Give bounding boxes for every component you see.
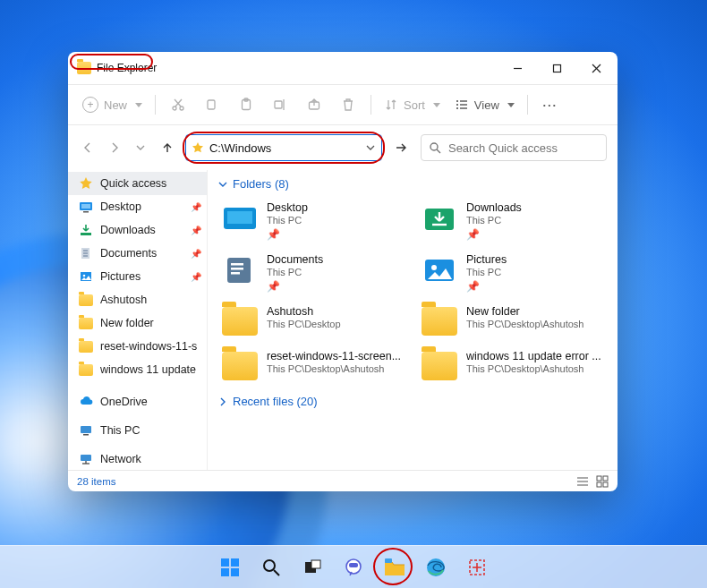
folder-item[interactable]: DownloadsThis PC📌	[418, 198, 609, 244]
delete-button[interactable]	[333, 89, 363, 120]
sidebar-item-label: reset-windows-11-s	[100, 340, 197, 353]
sidebar-item-desktop[interactable]: Desktop📌	[68, 195, 207, 218]
file-explorer-taskbar-button[interactable]	[379, 551, 411, 584]
svg-rect-56	[231, 558, 239, 567]
sidebar-item-documents[interactable]: Documents📌	[68, 242, 207, 265]
downloads-big	[422, 201, 457, 234]
view-icon	[455, 98, 469, 112]
address-input[interactable]	[209, 141, 360, 155]
sidebar-item-reset-windows-11-s[interactable]: reset-windows-11-s	[68, 335, 207, 358]
svg-point-17	[456, 107, 458, 109]
taskbar[interactable]	[0, 545, 707, 588]
pin-icon: 📌	[267, 228, 308, 241]
edge-button[interactable]	[420, 551, 452, 584]
sidebar-item-ashutosh[interactable]: Ashutosh	[68, 288, 207, 311]
sidebar-item-quick-access[interactable]: Quick access	[68, 172, 207, 195]
svg-rect-58	[231, 568, 239, 576]
recent-section-header[interactable]: Recent files (20)	[218, 395, 609, 408]
svg-rect-35	[81, 455, 91, 461]
forward-button[interactable]	[106, 137, 124, 158]
recent-locations-button[interactable]	[132, 137, 149, 158]
task-view-icon	[302, 558, 322, 577]
svg-rect-33	[81, 426, 91, 433]
start-button[interactable]	[214, 551, 246, 584]
paste-button[interactable]	[231, 89, 261, 120]
folder-location: This PC\Desktop\Ashutosh	[267, 363, 401, 374]
minimize-button[interactable]	[498, 55, 537, 81]
more-button[interactable]: ···	[535, 89, 566, 120]
svg-rect-42	[227, 258, 251, 283]
sidebar-item-downloads[interactable]: Downloads📌	[68, 218, 207, 242]
toolbar: + New Sort View	[68, 84, 618, 125]
cut-button[interactable]	[163, 89, 193, 120]
folder-big	[422, 350, 457, 382]
pin-icon: 📌	[191, 272, 201, 282]
task-view-button[interactable]	[296, 551, 328, 584]
folder-name: Desktop	[267, 201, 308, 214]
sidebar-item-new-folder[interactable]: New folder	[68, 311, 207, 335]
sort-label: Sort	[404, 98, 425, 112]
back-button[interactable]	[79, 137, 97, 158]
share-button[interactable]	[299, 89, 329, 120]
sidebar-item-label: Pictures	[100, 270, 141, 283]
folder-location: This PC\Desktop	[267, 319, 341, 329]
maximize-button[interactable]	[537, 55, 576, 81]
folder-item[interactable]: reset-windows-11-screen...This PC\Deskto…	[218, 346, 409, 386]
svg-line-7	[175, 99, 181, 107]
sort-button[interactable]: Sort	[379, 89, 446, 120]
address-bar[interactable]	[185, 134, 382, 161]
folder-icon	[79, 339, 93, 354]
folder-item[interactable]: New folderThis PC\Desktop\Ashutosh	[418, 302, 609, 341]
sidebar-item-this-pc[interactable]: This PC	[68, 419, 207, 442]
copy-button[interactable]	[197, 89, 227, 120]
rename-button[interactable]	[265, 89, 295, 120]
sidebar-item-network[interactable]: Network	[68, 447, 207, 470]
sort-icon	[384, 98, 398, 112]
sidebar-item-windows-11-update[interactable]: windows 11 update	[68, 358, 207, 381]
folder-item[interactable]: DesktopThis PC📌	[218, 198, 409, 244]
sidebar-item-label: This PC	[100, 424, 140, 437]
sidebar-item-label: Quick access	[100, 177, 166, 190]
sidebar-item-onedrive[interactable]: OneDrive	[68, 390, 207, 413]
folder-item[interactable]: windows 11 update error ...This PC\Deskt…	[418, 346, 609, 386]
folders-section-header[interactable]: Folders (8)	[218, 177, 609, 191]
search-input[interactable]	[448, 141, 599, 155]
chevron-down-icon	[433, 103, 440, 107]
svg-point-16	[456, 104, 458, 106]
svg-point-32	[83, 275, 86, 277]
sidebar-item-pictures[interactable]: Pictures📌	[68, 265, 207, 288]
sidebar-item-label: Network	[100, 453, 141, 465]
view-button[interactable]: View	[449, 89, 520, 120]
up-button[interactable]	[158, 137, 176, 158]
sidebar-item-label: Desktop	[100, 200, 141, 213]
close-button[interactable]	[576, 55, 616, 81]
chevron-down-icon[interactable]	[365, 142, 376, 153]
titlebar[interactable]: File Explorer	[68, 52, 618, 84]
taskbar-search-button[interactable]	[255, 551, 287, 584]
folder-item[interactable]: DocumentsThis PC📌	[218, 250, 409, 296]
folder-item[interactable]: PicturesThis PC📌	[418, 250, 609, 296]
folder-icon	[79, 362, 93, 377]
svg-rect-65	[385, 558, 392, 563]
folder-item[interactable]: AshutoshThis PC\Desktop	[218, 302, 409, 341]
new-button[interactable]: + New	[77, 89, 148, 120]
svg-point-4	[173, 107, 176, 110]
navigation-pane: Quick accessDesktop📌Downloads📌Documents📌…	[68, 170, 208, 470]
window-title: File Explorer	[97, 62, 157, 74]
svg-rect-51	[597, 476, 601, 481]
snipping-tool-button[interactable]	[461, 551, 493, 584]
pin-icon: 📌	[191, 249, 201, 259]
pin-icon: 📌	[191, 202, 201, 212]
svg-rect-44	[231, 268, 243, 270]
large-icons-view-icon[interactable]	[596, 475, 609, 488]
file-explorer-window: File Explorer + New	[68, 52, 618, 491]
go-button[interactable]	[391, 135, 412, 160]
folder-name: Documents	[267, 253, 323, 266]
folder-name: Downloads	[466, 201, 522, 214]
scissors-icon	[171, 98, 185, 112]
svg-rect-62	[311, 560, 320, 568]
search-box[interactable]	[421, 134, 607, 161]
details-view-icon[interactable]	[576, 475, 589, 488]
svg-rect-52	[603, 476, 608, 481]
chat-button[interactable]	[337, 551, 370, 584]
